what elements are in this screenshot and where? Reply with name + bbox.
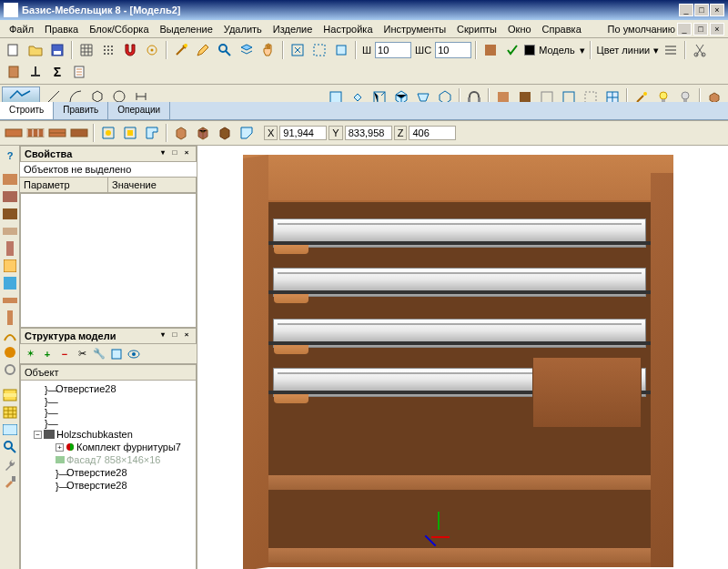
tree-item-facade[interactable]: Фасад7 858×146×16 [23, 453, 194, 466]
mat-wood1-icon[interactable] [2, 171, 18, 188]
cut-a-icon[interactable] [98, 123, 118, 143]
tree-scissors-icon[interactable]: ✂ [74, 346, 90, 362]
texture-icon[interactable] [480, 40, 500, 60]
props-col-param[interactable]: Параметр [20, 178, 108, 192]
props-dock-icon[interactable]: □ [169, 148, 180, 159]
tab-edit[interactable]: Править [54, 102, 108, 119]
mat-blue-icon[interactable] [2, 275, 18, 291]
menu-default[interactable]: По умолчанию [608, 24, 675, 35]
mat-ring-icon[interactable] [2, 361, 18, 378]
tree-eye-icon[interactable] [126, 346, 142, 362]
menu-help[interactable]: Справка [537, 22, 587, 36]
minimize-button[interactable]: _ [679, 4, 693, 16]
props-col-value[interactable]: Значение [108, 178, 197, 192]
tree-item[interactable]: }— [23, 417, 194, 428]
menu-window[interactable]: Окно [502, 22, 537, 36]
tree-item[interactable]: }— [23, 406, 194, 417]
marquee-icon[interactable] [331, 40, 351, 60]
mat-ball-icon[interactable] [2, 344, 18, 361]
tree-item[interactable]: }—Отверстие28 [23, 382, 194, 395]
grid-icon[interactable] [76, 40, 96, 60]
width-input[interactable] [375, 42, 411, 58]
save-icon[interactable] [47, 40, 67, 60]
notch-icon[interactable] [142, 123, 162, 143]
check-icon[interactable] [502, 40, 522, 60]
tree-item-kit[interactable]: +Комплект фурнитуры7 [23, 441, 194, 453]
coord-z-val[interactable]: 406 [409, 126, 456, 140]
mdi-min-button[interactable]: _ [677, 23, 692, 36]
mdi-close-button[interactable]: × [710, 23, 724, 36]
wand-icon[interactable] [171, 40, 191, 60]
pencil-icon[interactable] [193, 40, 213, 60]
open-icon[interactable] [25, 40, 46, 60]
mat-horiz-icon[interactable] [2, 292, 18, 309]
cut-b-icon[interactable] [120, 123, 140, 143]
menu-block[interactable]: Блок/Сборка [84, 22, 154, 36]
tree-item-hole[interactable]: }—Отверстие28 [23, 466, 194, 479]
menu-edit[interactable]: Правка [39, 22, 84, 36]
box-c-icon[interactable] [215, 123, 235, 143]
magnet-icon[interactable] [120, 40, 140, 60]
help-icon[interactable]: ? [2, 147, 18, 164]
notch-cut-icon[interactable] [237, 123, 257, 143]
menu-select[interactable]: Выделение [155, 22, 218, 36]
panel-b-icon[interactable] [25, 123, 46, 143]
mat-square-icon[interactable] [2, 258, 18, 274]
struct-pin-icon[interactable]: ▾ [157, 330, 168, 341]
perpendicular-icon[interactable] [25, 62, 46, 82]
menu-settings[interactable]: Настройка [318, 22, 378, 36]
mdi-restore-button[interactable]: □ [693, 23, 708, 36]
menu-scripts[interactable]: Скрипты [451, 22, 502, 36]
tree-expand-icon[interactable]: ✶ [22, 346, 38, 362]
restore-button[interactable]: □ [694, 4, 709, 16]
tool-drawer-icon[interactable] [2, 387, 18, 403]
3d-viewport[interactable]: Модель2 Miskinboy для forum.onliner.by [197, 146, 728, 569]
close-button[interactable]: × [710, 4, 724, 16]
mat-thin-icon[interactable] [2, 223, 18, 239]
zoom-icon[interactable] [215, 40, 235, 60]
mat-vert-icon[interactable] [2, 240, 18, 257]
widthc-input[interactable] [435, 42, 471, 58]
tree-header[interactable]: Объект [21, 365, 196, 381]
menu-tools[interactable]: Инструменты [379, 22, 452, 36]
tool-search-icon[interactable] [2, 439, 18, 455]
panel-a-icon[interactable] [4, 123, 24, 143]
dots-icon[interactable] [98, 40, 118, 60]
rect-select-icon[interactable] [309, 40, 329, 60]
cut-icon[interactable] [690, 40, 710, 60]
mat-wood3-icon[interactable] [2, 206, 18, 222]
mode-button[interactable] [2, 86, 40, 103]
mat-wood2-icon[interactable] [2, 188, 18, 205]
box-b-icon[interactable] [193, 123, 213, 143]
struct-dock-icon[interactable]: □ [169, 330, 180, 341]
color-swatch[interactable] [524, 45, 535, 56]
model-label[interactable]: Модель [537, 45, 576, 56]
lineweight-icon[interactable] [661, 40, 681, 60]
snap-icon[interactable] [142, 40, 162, 60]
menu-file[interactable]: Файл [4, 22, 39, 36]
mat-edge-icon[interactable] [2, 310, 18, 326]
coord-y-val[interactable]: 833,958 [345, 126, 392, 140]
panel-d-icon[interactable] [69, 123, 89, 143]
struct-close-icon[interactable]: × [181, 330, 192, 341]
box-a-icon[interactable] [171, 123, 191, 143]
tool-wrench-icon[interactable] [2, 456, 18, 472]
props-close-icon[interactable]: × [181, 148, 192, 159]
layers-icon[interactable] [237, 40, 257, 60]
tab-ops[interactable]: Операции [108, 102, 170, 119]
tree-item[interactable]: }— [23, 395, 194, 406]
book-icon[interactable] [4, 62, 24, 82]
tree-item-hole[interactable]: }—Отверстие28 [23, 479, 194, 492]
tree-item-holz[interactable]: −Holzschubkasten [23, 428, 194, 441]
tool-profile-icon[interactable] [2, 422, 18, 438]
linecolor-label[interactable]: Цвет линии [595, 45, 652, 56]
new-icon[interactable] [4, 40, 24, 60]
props-pin-icon[interactable]: ▾ [157, 148, 168, 159]
hand-icon[interactable] [258, 40, 278, 60]
menu-delete[interactable]: Удалить [218, 22, 268, 36]
tree-toggle[interactable]: + [56, 443, 64, 452]
mat-curve-icon[interactable] [2, 327, 18, 343]
fit-icon[interactable] [288, 40, 308, 60]
tree-toggle[interactable]: − [34, 431, 42, 439]
tree-view-icon[interactable] [108, 346, 125, 362]
